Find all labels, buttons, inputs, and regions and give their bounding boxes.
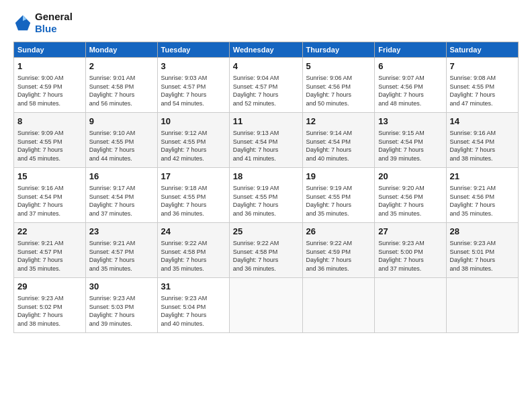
day-number: 1 (17, 60, 82, 73)
col-header-sunday: Sunday (14, 42, 86, 58)
day-info: Sunrise: 9:23 AM Sunset: 5:00 PM Dayligh… (378, 239, 442, 273)
day-number: 23 (89, 226, 154, 238)
calendar-cell: 18Sunrise: 9:19 AM Sunset: 4:55 PM Dayli… (229, 168, 302, 223)
day-info: Sunrise: 9:03 AM Sunset: 4:57 PM Dayligh… (161, 74, 226, 107)
col-header-friday: Friday (375, 42, 446, 58)
day-info: Sunrise: 9:19 AM Sunset: 4:55 PM Dayligh… (306, 184, 371, 218)
day-number: 2 (89, 60, 154, 73)
calendar-week-row: 1Sunrise: 9:00 AM Sunset: 4:59 PM Daylig… (14, 58, 519, 113)
day-info: Sunrise: 9:18 AM Sunset: 4:55 PM Dayligh… (161, 184, 226, 218)
logo-icon (13, 13, 32, 32)
calendar-cell: 26Sunrise: 9:22 AM Sunset: 4:59 PM Dayli… (302, 223, 375, 278)
calendar-cell: 7Sunrise: 9:08 AM Sunset: 4:55 PM Daylig… (446, 58, 519, 113)
calendar-cell: 13Sunrise: 9:15 AM Sunset: 4:54 PM Dayli… (375, 113, 446, 168)
day-info: Sunrise: 9:22 AM Sunset: 4:59 PM Dayligh… (306, 239, 371, 273)
page-container: General Blue SundayMondayTuesdayWednesda… (0, 0, 532, 340)
day-info: Sunrise: 9:12 AM Sunset: 4:55 PM Dayligh… (161, 129, 226, 163)
calendar-cell (446, 278, 519, 333)
calendar-cell (375, 278, 446, 333)
day-info: Sunrise: 9:23 AM Sunset: 5:02 PM Dayligh… (17, 294, 82, 328)
calendar-cell: 27Sunrise: 9:23 AM Sunset: 5:00 PM Dayli… (375, 223, 446, 278)
day-info: Sunrise: 9:06 AM Sunset: 4:56 PM Dayligh… (306, 74, 371, 107)
calendar-cell: 14Sunrise: 9:16 AM Sunset: 4:54 PM Dayli… (446, 113, 519, 168)
calendar-cell: 15Sunrise: 9:16 AM Sunset: 4:54 PM Dayli… (14, 168, 86, 223)
day-number: 20 (378, 171, 442, 183)
day-number: 15 (17, 171, 82, 183)
day-number: 27 (378, 226, 442, 238)
logo-text: General Blue (35, 11, 73, 35)
day-info: Sunrise: 9:17 AM Sunset: 4:54 PM Dayligh… (89, 184, 154, 218)
calendar-cell: 25Sunrise: 9:22 AM Sunset: 4:58 PM Dayli… (229, 223, 302, 278)
calendar-cell (302, 278, 375, 333)
day-info: Sunrise: 9:21 AM Sunset: 4:57 PM Dayligh… (89, 239, 154, 273)
col-header-monday: Monday (85, 42, 157, 58)
calendar-cell: 4Sunrise: 9:04 AM Sunset: 4:57 PM Daylig… (229, 58, 302, 113)
calendar-cell: 24Sunrise: 9:22 AM Sunset: 4:58 PM Dayli… (157, 223, 229, 278)
day-number: 30 (89, 281, 154, 293)
calendar-week-row: 29Sunrise: 9:23 AM Sunset: 5:02 PM Dayli… (14, 278, 519, 333)
calendar-cell: 21Sunrise: 9:21 AM Sunset: 4:56 PM Dayli… (446, 168, 519, 223)
calendar-table: SundayMondayTuesdayWednesdayThursdayFrid… (13, 42, 519, 333)
day-number: 17 (161, 171, 226, 183)
calendar-cell (229, 278, 302, 333)
calendar-cell: 12Sunrise: 9:14 AM Sunset: 4:54 PM Dayli… (302, 113, 375, 168)
day-info: Sunrise: 9:22 AM Sunset: 4:58 PM Dayligh… (233, 239, 299, 273)
calendar-cell: 20Sunrise: 9:20 AM Sunset: 4:56 PM Dayli… (375, 168, 446, 223)
calendar-cell: 10Sunrise: 9:12 AM Sunset: 4:55 PM Dayli… (157, 113, 229, 168)
day-number: 10 (161, 116, 226, 128)
calendar-cell: 28Sunrise: 9:23 AM Sunset: 5:01 PM Dayli… (446, 223, 519, 278)
calendar-cell: 5Sunrise: 9:06 AM Sunset: 4:56 PM Daylig… (302, 58, 375, 113)
day-number: 11 (233, 116, 299, 128)
calendar-cell: 8Sunrise: 9:09 AM Sunset: 4:55 PM Daylig… (14, 113, 86, 168)
col-header-thursday: Thursday (302, 42, 375, 58)
day-info: Sunrise: 9:09 AM Sunset: 4:55 PM Dayligh… (17, 129, 82, 163)
calendar-cell: 19Sunrise: 9:19 AM Sunset: 4:55 PM Dayli… (302, 168, 375, 223)
day-number: 25 (233, 226, 299, 238)
calendar-week-row: 8Sunrise: 9:09 AM Sunset: 4:55 PM Daylig… (14, 113, 519, 168)
day-info: Sunrise: 9:15 AM Sunset: 4:54 PM Dayligh… (378, 129, 442, 163)
day-info: Sunrise: 9:23 AM Sunset: 5:03 PM Dayligh… (89, 294, 154, 328)
day-info: Sunrise: 9:22 AM Sunset: 4:58 PM Dayligh… (161, 239, 226, 273)
calendar-header-row: SundayMondayTuesdayWednesdayThursdayFrid… (14, 42, 519, 58)
day-info: Sunrise: 9:23 AM Sunset: 5:04 PM Dayligh… (161, 294, 226, 328)
col-header-wednesday: Wednesday (229, 42, 302, 58)
day-number: 3 (161, 60, 226, 73)
calendar-cell: 30Sunrise: 9:23 AM Sunset: 5:03 PM Dayli… (85, 278, 157, 333)
day-number: 13 (378, 116, 442, 128)
col-header-tuesday: Tuesday (157, 42, 229, 58)
day-info: Sunrise: 9:10 AM Sunset: 4:55 PM Dayligh… (89, 129, 154, 163)
calendar-cell: 9Sunrise: 9:10 AM Sunset: 4:55 PM Daylig… (85, 113, 157, 168)
calendar-cell: 6Sunrise: 9:07 AM Sunset: 4:56 PM Daylig… (375, 58, 446, 113)
day-info: Sunrise: 9:19 AM Sunset: 4:55 PM Dayligh… (233, 184, 299, 218)
day-info: Sunrise: 9:07 AM Sunset: 4:56 PM Dayligh… (378, 74, 442, 107)
day-number: 6 (378, 60, 442, 73)
calendar-cell: 23Sunrise: 9:21 AM Sunset: 4:57 PM Dayli… (85, 223, 157, 278)
calendar-cell: 22Sunrise: 9:21 AM Sunset: 4:57 PM Dayli… (14, 223, 86, 278)
day-number: 4 (233, 60, 299, 73)
day-number: 31 (161, 281, 226, 293)
calendar-cell: 3Sunrise: 9:03 AM Sunset: 4:57 PM Daylig… (157, 58, 229, 113)
day-info: Sunrise: 9:23 AM Sunset: 5:01 PM Dayligh… (450, 239, 515, 273)
calendar-cell: 11Sunrise: 9:13 AM Sunset: 4:54 PM Dayli… (229, 113, 302, 168)
day-number: 18 (233, 171, 299, 183)
day-number: 22 (17, 226, 82, 238)
day-number: 14 (450, 116, 515, 128)
calendar-cell: 2Sunrise: 9:01 AM Sunset: 4:58 PM Daylig… (85, 58, 157, 113)
day-info: Sunrise: 9:14 AM Sunset: 4:54 PM Dayligh… (306, 129, 371, 163)
day-info: Sunrise: 9:08 AM Sunset: 4:55 PM Dayligh… (450, 74, 515, 107)
calendar-cell: 29Sunrise: 9:23 AM Sunset: 5:02 PM Dayli… (14, 278, 86, 333)
day-number: 7 (450, 60, 515, 73)
day-info: Sunrise: 9:00 AM Sunset: 4:59 PM Dayligh… (17, 74, 82, 107)
day-info: Sunrise: 9:04 AM Sunset: 4:57 PM Dayligh… (233, 74, 299, 107)
day-number: 16 (89, 171, 154, 183)
day-number: 26 (306, 226, 371, 238)
day-number: 24 (161, 226, 226, 238)
day-number: 5 (306, 60, 371, 73)
calendar-cell: 16Sunrise: 9:17 AM Sunset: 4:54 PM Dayli… (85, 168, 157, 223)
day-info: Sunrise: 9:20 AM Sunset: 4:56 PM Dayligh… (378, 184, 442, 218)
day-info: Sunrise: 9:16 AM Sunset: 4:54 PM Dayligh… (450, 129, 515, 163)
day-number: 29 (17, 281, 82, 293)
calendar-cell: 31Sunrise: 9:23 AM Sunset: 5:04 PM Dayli… (157, 278, 229, 333)
day-info: Sunrise: 9:21 AM Sunset: 4:56 PM Dayligh… (450, 184, 515, 218)
calendar-cell: 17Sunrise: 9:18 AM Sunset: 4:55 PM Dayli… (157, 168, 229, 223)
